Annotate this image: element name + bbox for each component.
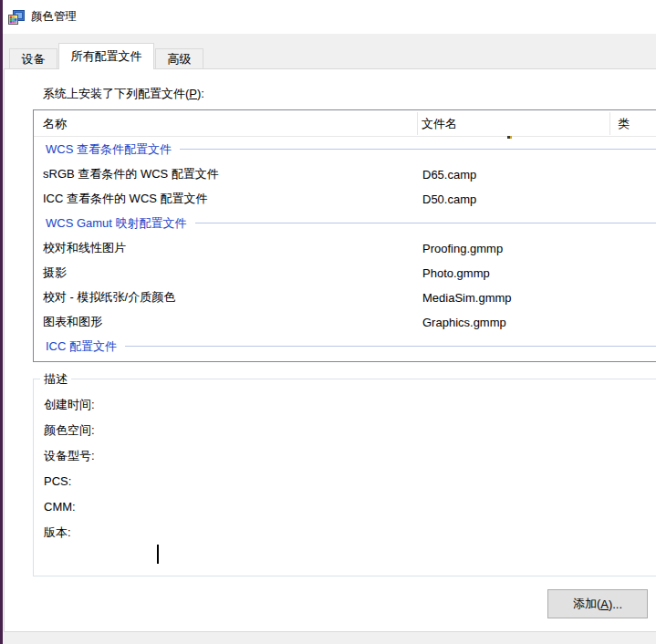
- profile-name: 校对和线性图片: [34, 240, 126, 256]
- group-header-wcs-viewing[interactable]: WCS 查看条件配置文件: [34, 137, 656, 161]
- table-row[interactable]: sRGB 查看条件的 WCS 配置文件 D65.camp: [34, 161, 656, 186]
- group-rule: [180, 149, 656, 150]
- description-field-created: 创建时间:: [44, 392, 656, 418]
- window-title: 颜色管理: [31, 9, 77, 25]
- description-groupbox: 描述 创建时间: 颜色空间: 设备型号: PCS: CMM: 版本:: [33, 379, 656, 576]
- profiles-list[interactable]: 名称 文件名 类 WCS 查看条件配置文件 sRGB 查看条件的 WCS 配置文…: [33, 109, 656, 362]
- group-rule: [125, 346, 656, 347]
- description-legend: 描述: [40, 371, 71, 388]
- profile-name: 摄影: [34, 265, 67, 281]
- profile-name: ICC 查看条件的 WCS 配置文件: [34, 191, 208, 207]
- description-field-version: 版本:: [44, 520, 656, 545]
- profile-name: sRGB 查看条件的 WCS 配置文件: [34, 166, 219, 182]
- column-header-filename[interactable]: 文件名: [422, 116, 457, 132]
- table-row[interactable]: 图表和图形 Graphics.gmmp: [34, 309, 656, 334]
- profile-filename: D65.camp: [422, 167, 476, 181]
- description-field-colorspace: 颜色空间:: [44, 418, 656, 443]
- profiles-list-header: 名称 文件名 类: [34, 110, 656, 137]
- table-row[interactable]: 校对和线性图片 Proofing.gmmp: [34, 235, 656, 260]
- group-header-label: ICC 配置文件: [46, 338, 117, 355]
- description-fields: 创建时间: 颜色空间: 设备型号: PCS: CMM: 版本:: [34, 379, 656, 545]
- profile-filename: Graphics.gmmp: [422, 315, 506, 328]
- add-button-label-accesskey: A: [600, 597, 609, 611]
- tab-all-profiles-label: 所有配置文件: [71, 48, 142, 65]
- description-field-cmm: CMM:: [44, 494, 656, 520]
- profile-filename: Photo.gmmp: [422, 265, 490, 279]
- tab-advanced[interactable]: 高级: [155, 48, 203, 69]
- installed-profiles-label-suffix: ):: [197, 87, 204, 100]
- profile-filename: MediaSim.gmmp: [422, 290, 512, 304]
- profile-name: 校对 - 模拟纸张/介质颜色: [34, 289, 175, 306]
- color-management-window: 颜色管理 设备 所有配置文件 高级 系统上安装了下列配置文件(P): 名称 文件…: [3, 0, 656, 644]
- column-header-name[interactable]: 名称: [43, 116, 67, 132]
- profile-filename: Proofing.gmmp: [422, 241, 503, 254]
- group-header-wcs-gamut[interactable]: WCS Gamut 映射配置文件: [34, 211, 656, 235]
- color-management-icon: [8, 10, 25, 25]
- group-header-label: WCS Gamut 映射配置文件: [46, 215, 187, 232]
- group-header-label: WCS 查看条件配置文件: [46, 141, 172, 158]
- tab-devices[interactable]: 设备: [9, 48, 57, 69]
- installed-profiles-label: 系统上安装了下列配置文件(P):: [43, 86, 204, 102]
- tab-devices-label: 设备: [22, 51, 46, 68]
- column-header-class[interactable]: 类: [618, 116, 630, 132]
- group-header-icc-profiles[interactable]: ICC 配置文件: [34, 334, 656, 358]
- installed-profiles-label-prefix: 系统上安装了下列配置文件(: [43, 87, 189, 100]
- text-caret: [157, 545, 159, 564]
- profile-filename: D50.camp: [422, 192, 476, 205]
- table-row[interactable]: 摄影 Photo.gmmp: [34, 260, 656, 285]
- description-field-device-model: 设备型号:: [44, 443, 656, 469]
- screenshot-speck: [507, 136, 512, 139]
- titlebar: 颜色管理: [3, 0, 656, 34]
- tab-advanced-label: 高级: [168, 51, 192, 68]
- column-separator[interactable]: [417, 112, 418, 135]
- all-profiles-tab-page: 系统上安装了下列配置文件(P): 名称 文件名 类 WCS 查看条件配置文件 s…: [4, 68, 656, 632]
- add-button[interactable]: 添加(A)...: [547, 589, 648, 618]
- group-rule: [195, 223, 656, 223]
- table-row[interactable]: ICC 查看条件的 WCS 配置文件 D50.camp: [34, 186, 656, 211]
- table-row[interactable]: 校对 - 模拟纸张/介质颜色 MediaSim.gmmp: [34, 285, 656, 309]
- profile-name: 图表和图形: [34, 314, 102, 330]
- installed-profiles-label-accesskey: P: [189, 87, 197, 100]
- add-button-label-suffix: )...: [609, 597, 622, 611]
- column-separator[interactable]: [609, 112, 610, 135]
- add-button-label-prefix: 添加(: [573, 596, 600, 612]
- tab-all-profiles[interactable]: 所有配置文件: [58, 43, 154, 69]
- description-field-pcs: PCS:: [44, 469, 656, 494]
